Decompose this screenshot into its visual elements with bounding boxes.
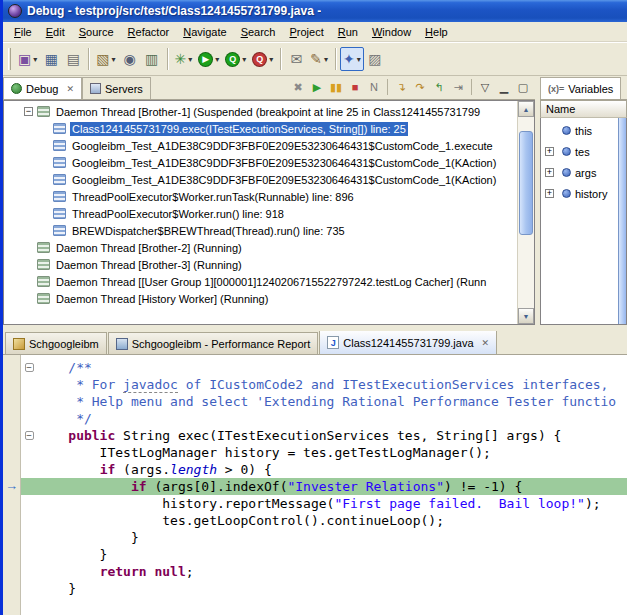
report-list-button[interactable]: ▥ xyxy=(141,47,163,71)
tree-row[interactable]: Googleibm_Test_A1DE38C9DDF3FBF0E209E5323… xyxy=(4,154,517,171)
toolbar-separator xyxy=(387,79,388,95)
variables-scrollbar[interactable] xyxy=(618,118,626,324)
variable-row[interactable]: +tes xyxy=(541,141,618,162)
menu-file[interactable]: File xyxy=(7,24,39,40)
terminate-button[interactable]: ■ xyxy=(346,78,364,96)
save-button[interactable]: ▦ xyxy=(40,47,62,71)
menu-source[interactable]: Source xyxy=(72,24,121,40)
tree-row[interactable]: Googleibm_Test_A1DE38C9DDF3FBF0E209E5323… xyxy=(4,171,517,188)
code-line[interactable]: */ xyxy=(21,410,627,427)
code-area[interactable]: − /** * For javadoc of ICustomCode2 and … xyxy=(21,355,627,615)
new-wizard-button[interactable]: ▣▾ xyxy=(15,47,40,71)
stop-schedule-button[interactable]: Q▾ xyxy=(249,47,276,71)
scroll-down-button[interactable]: ▼ xyxy=(518,308,534,324)
fold-collapse-icon[interactable]: − xyxy=(25,363,34,372)
expand-icon[interactable]: + xyxy=(545,189,554,198)
tree-row[interactable]: Class1241455731799.exec(ITestExecutionSe… xyxy=(4,120,517,137)
print-button[interactable]: ▤ xyxy=(62,47,84,71)
step-into-button[interactable]: ↴ xyxy=(392,78,410,96)
tab-schgoogleibm[interactable]: Schgoogleibm xyxy=(5,332,107,354)
scroll-up-button[interactable]: ▲ xyxy=(518,101,534,117)
code-line[interactable]: * For javadoc of ICustomCode2 and ITestE… xyxy=(21,376,627,393)
eclipse-logo-icon xyxy=(8,4,22,18)
resume-button[interactable]: ▶ xyxy=(308,78,326,96)
search-menu-button[interactable]: ✦▾ xyxy=(340,47,364,71)
code-line[interactable]: tes.getLoopControl().continueLoop(); xyxy=(21,512,627,529)
code-line[interactable]: } xyxy=(21,580,627,597)
menu-window[interactable]: Window xyxy=(365,24,418,40)
code-line[interactable]: } xyxy=(21,546,627,563)
step-over-button[interactable]: ↷ xyxy=(411,78,429,96)
expand-icon[interactable]: + xyxy=(545,168,554,177)
suspend-button[interactable]: ▮▮ xyxy=(327,78,345,96)
menu-refactor[interactable]: Refactor xyxy=(121,24,177,40)
scroll-thumb[interactable] xyxy=(519,131,533,235)
close-icon[interactable]: ✕ xyxy=(66,84,74,94)
code-line[interactable]: if (args[0].indexOf("Invester Relations"… xyxy=(21,478,627,495)
thread-icon xyxy=(37,242,50,253)
step-return-button[interactable]: ↰ xyxy=(430,78,448,96)
toggle-mark-button[interactable]: ▨ xyxy=(364,47,386,71)
variable-row[interactable]: this xyxy=(541,120,618,141)
scroll-track[interactable] xyxy=(518,117,534,308)
mail-report-button[interactable]: ✉ xyxy=(285,47,307,71)
menu-help[interactable]: Help xyxy=(418,24,455,40)
code-text: } xyxy=(37,546,107,563)
run-button[interactable]: ▶▾ xyxy=(195,47,222,71)
code-line[interactable]: * Help menu and select 'Extending Ration… xyxy=(21,393,627,410)
tab-variables[interactable]: (x)= Variables xyxy=(540,77,621,99)
tree-row[interactable]: Daemon Thread [Brother-2] (Running) xyxy=(4,239,517,256)
disconnect-button[interactable]: N xyxy=(365,78,383,96)
tree-row[interactable]: Daemon Thread [History Worker] (Running) xyxy=(4,290,517,307)
screen-capture-button[interactable]: ◉ xyxy=(119,47,141,71)
annotate-button[interactable]: ✎▾ xyxy=(307,47,331,71)
debug-button[interactable]: ✳▾ xyxy=(172,47,196,71)
variables-column-header[interactable]: Name xyxy=(540,100,627,118)
tree-row[interactable]: ThreadPoolExecutor$Worker.run() line: 91… xyxy=(4,205,517,222)
minimize-button[interactable]: ▁ xyxy=(495,78,513,96)
menu-navigate[interactable]: Navigate xyxy=(176,24,233,40)
code-line[interactable]: return null; xyxy=(21,563,627,580)
dropdown-arrow-icon: ▾ xyxy=(269,55,273,64)
tree-row[interactable]: ThreadPoolExecutor$Worker.runTask(Runnab… xyxy=(4,188,517,205)
tree-row[interactable]: −Daemon Thread [Brother-1] (Suspended (b… xyxy=(4,103,517,120)
stackframe-icon xyxy=(53,157,66,168)
view-menu-button[interactable]: ▽ xyxy=(476,78,494,96)
tree-row[interactable]: Googleibm_Test_A1DE38C9DDF3FBF0E209E5323… xyxy=(4,137,517,154)
views-row: Debug✕Servers ✖▶▮▮■N↴↷↰⇥▽▁▢ −Daemon Thre… xyxy=(3,76,627,325)
menu-search[interactable]: Search xyxy=(234,24,283,40)
code-line[interactable]: − /** xyxy=(21,359,627,376)
variable-row[interactable]: +args xyxy=(541,162,618,183)
step-filters-button[interactable]: ⇥ xyxy=(449,78,467,96)
code-line[interactable]: − public String exec(ITestExecutionServi… xyxy=(21,427,627,444)
tab-servers[interactable]: Servers xyxy=(82,77,151,99)
menu-project[interactable]: Project xyxy=(283,24,331,40)
tree-row[interactable]: Daemon Thread [Brother-3] (Running) xyxy=(4,256,517,273)
code-line[interactable]: if (args.length > 0) { xyxy=(21,461,627,478)
tab-debug[interactable]: Debug✕ xyxy=(3,77,82,99)
code-line[interactable]: ITestLogManager history = tes.getTestLog… xyxy=(21,444,627,461)
thread-icon xyxy=(37,293,50,304)
tree-row[interactable]: Daemon Thread [[User Group 1][000001]124… xyxy=(4,273,517,290)
code-line[interactable]: history.reportMessage("First page failed… xyxy=(21,495,627,512)
open-test-button[interactable]: ▧▾ xyxy=(93,47,118,71)
code-line[interactable]: } xyxy=(21,529,627,546)
step-filters-icon: ⇥ xyxy=(453,82,462,93)
variable-row[interactable]: +history xyxy=(541,183,618,204)
run-schedule-button[interactable]: Q▾ xyxy=(222,47,249,71)
close-icon[interactable]: ✕ xyxy=(482,338,490,348)
remove-terminated-button[interactable]: ✖ xyxy=(289,78,307,96)
collapse-icon[interactable]: − xyxy=(24,107,33,116)
variable-icon xyxy=(562,189,571,198)
menu-edit[interactable]: Edit xyxy=(39,24,72,40)
expand-icon[interactable]: + xyxy=(545,147,554,156)
fold-collapse-icon[interactable]: − xyxy=(25,431,34,440)
tree-item-label: Class1241455731799.exec(ITestExecutionSe… xyxy=(70,122,408,136)
camera-icon: ◉ xyxy=(123,52,135,66)
toolbar-grip[interactable] xyxy=(8,48,11,70)
menu-run[interactable]: Run xyxy=(331,24,365,40)
tab-schgoogleibm-performance-report[interactable]: Schgoogleibm - Performance Report xyxy=(108,332,319,354)
tree-row[interactable]: BREWDispatcher$BREWThread(Thread).run() … xyxy=(4,222,517,239)
tab-class1241455731799-java[interactable]: JClass1241455731799.java✕ xyxy=(319,331,497,354)
maximize-button[interactable]: ▢ xyxy=(514,78,532,96)
